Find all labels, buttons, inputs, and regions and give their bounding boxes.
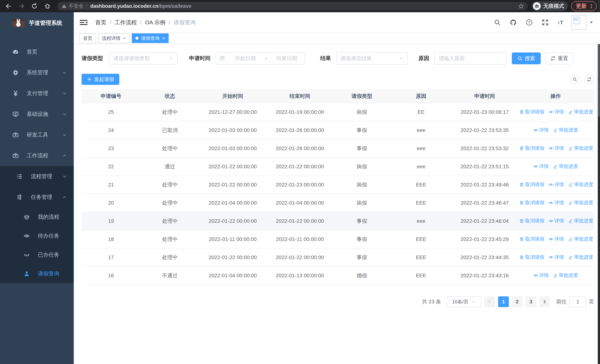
result-select[interactable]: 请选择流结果 [336,52,408,65]
table-row[interactable]: 25 处理中 2021-12-27 00:00:00 2022-01-19 00… [82,103,594,121]
cell-reason: EEE [390,194,452,212]
page-button-1[interactable]: 1 [498,296,509,307]
sidebar-item-基础设施[interactable]: 基础设施 [0,104,74,125]
search-icon[interactable] [493,18,501,27]
action-detail[interactable]: 详情 [548,145,564,151]
action-cancel[interactable]: 取消请假 [519,254,544,260]
action-detail[interactable]: 详情 [548,254,564,260]
action-progress[interactable]: 审批进度 [568,109,593,115]
table-row[interactable]: 17 处理中 2022-01-22 00:00:00 2022-01-22 00… [82,248,594,267]
date-range-picker[interactable]: 开始日期 - 结束日期 [216,52,305,65]
browser-menu-icon[interactable] [588,3,595,9]
table-row[interactable]: 20 处理中 2022-01-04 00:00:00 2022-01-04 00… [82,194,594,212]
avatar[interactable] [572,15,586,30]
action-detail[interactable]: 详情 [533,127,549,133]
sidebar-item-我的流程[interactable]: 我的流程 [0,208,74,226]
action-detail[interactable]: 详情 [533,163,549,169]
sidebar-item-支付管理[interactable]: 支付管理 [0,83,74,104]
cell-start: 2022-01-03 00:00:00 [199,139,266,158]
reset-button[interactable]: 重置 [545,52,573,64]
goto-page-input[interactable] [569,296,586,307]
next-page-button[interactable] [539,296,550,307]
breadcrumb-item[interactable]: 工作流程 [114,19,137,26]
browser-update-button[interactable]: 更新 [571,1,597,11]
sidebar-item-系统管理[interactable]: 系统管理 [0,62,74,83]
action-detail[interactable]: 详情 [548,109,564,115]
table-row[interactable]: 24 已取消 2022-01-03 00:00:00 2022-01-26 00… [82,121,594,139]
table-row[interactable]: 21 处理中 2022-01-22 00:00:00 2022-01-23 00… [82,176,594,194]
action-cancel[interactable]: 取消请假 [519,145,544,151]
action-progress[interactable]: 审批进度 [568,145,593,151]
scrollbar[interactable] [598,0,600,364]
cell-actions: 详情审批进度 [517,121,594,139]
fullscreen-icon[interactable] [541,18,549,27]
search-button[interactable]: 搜索 [512,52,541,64]
tab-close-icon[interactable]: × [162,36,165,41]
action-progress[interactable]: 审批进度 [568,236,593,242]
action-detail[interactable]: 详情 [548,199,564,206]
page-button-2[interactable]: 2 [512,296,523,307]
action-label: 详情 [554,218,564,224]
toggle-search-button[interactable] [570,75,580,84]
forward-icon[interactable] [18,2,25,10]
breadcrumb-item[interactable]: OA 示例 [145,19,166,26]
action-progress[interactable]: 审批进度 [568,218,593,224]
cell-status: 已取消 [141,121,199,139]
leave-type-select[interactable]: 请选择请假类型 [109,52,178,65]
sidebar-collapse-icon[interactable] [79,19,88,26]
table-row[interactable]: 19 处理中 2022-01-22 00:00:00 2022-01-22 00… [82,212,594,230]
action-progress[interactable]: 审批进度 [568,254,593,260]
sidebar-item-请假查询[interactable]: 请假查询 [0,264,74,283]
tab-流程详情[interactable]: 流程详情 × [98,33,130,43]
action-detail[interactable]: 详情 [548,236,564,242]
tab-首页[interactable]: 首页 [79,33,96,43]
breadcrumb-item[interactable]: 首页 [95,19,106,26]
github-icon[interactable] [509,18,517,27]
page-button-3[interactable]: 3 [525,296,536,307]
sidebar-item-工作流程[interactable]: 工作流程 [0,145,74,166]
home-icon[interactable] [44,2,51,10]
reason-input[interactable] [435,56,506,61]
prev-page-button[interactable] [484,296,495,307]
create-leave-button[interactable]: 发起请假 [82,74,119,85]
font-size-icon[interactable]: TT [557,18,565,27]
bookmark-star-icon[interactable] [518,3,524,9]
column-header: 结束时间 [266,89,334,103]
sidebar-item-首页[interactable]: 首页 [0,42,74,62]
action-progress[interactable]: 审批进度 [568,199,593,206]
sidebar-item-任务管理[interactable]: 任务管理 [0,187,74,208]
action-detail[interactable]: 详情 [548,218,564,224]
table-row[interactable]: 23 处理中 2022-01-03 00:00:00 2022-01-26 00… [82,139,594,158]
action-cancel[interactable]: 取消请假 [519,181,544,188]
cell-actions: 详情审批进度 [517,267,594,285]
action-progress[interactable]: 审批进度 [568,181,593,188]
action-cancel[interactable]: 取消请假 [519,199,544,206]
action-progress[interactable]: 审批进度 [553,272,578,279]
action-cancel[interactable]: 取消请假 [519,236,544,242]
action-detail[interactable]: 详情 [548,181,564,188]
update-label: 更新 [576,2,587,10]
address-bar[interactable]: 不安全 dashboard.yudao.iocoder.cn /bpm/oa/l… [57,2,528,10]
sidebar-item-待办任务[interactable]: 待办任务 [0,226,74,245]
sidebar-item-已办任务[interactable]: 已办任务 [0,245,74,264]
action-detail[interactable]: 详情 [533,272,549,279]
reload-icon[interactable] [31,2,38,10]
help-icon[interactable]: ? [525,18,533,27]
action-cancel[interactable]: 取消请假 [519,109,544,115]
table-row[interactable]: 22 通过 2022-01-22 00:00:00 2022-01-22 00:… [82,158,594,176]
action-progress[interactable]: 审批进度 [553,127,578,133]
refresh-table-button[interactable] [584,75,594,84]
sidebar-item-流程管理[interactable]: 流程管理 [0,166,74,187]
sidebar-item-研发工具[interactable]: 研发工具 [0,125,74,145]
tab-close-icon[interactable]: × [123,36,126,41]
page-size-select[interactable]: 10条/页 [447,296,481,307]
action-progress[interactable]: 审批进度 [553,163,578,169]
eye-icon [548,182,553,187]
table-row[interactable]: 18 处理中 2022-01-11 00:00:00 2022-01-11 00… [82,230,594,248]
back-icon[interactable] [5,2,12,10]
action-cancel[interactable]: 取消请假 [519,218,544,224]
table-row[interactable]: 16 不通过 2022-01-04 00:00:00 2022-01-13 00… [82,267,594,285]
caret-down-icon[interactable] [589,20,594,25]
chevron-down-icon [168,56,173,61]
tab-请假查询[interactable]: 请假查询 × [132,33,169,43]
